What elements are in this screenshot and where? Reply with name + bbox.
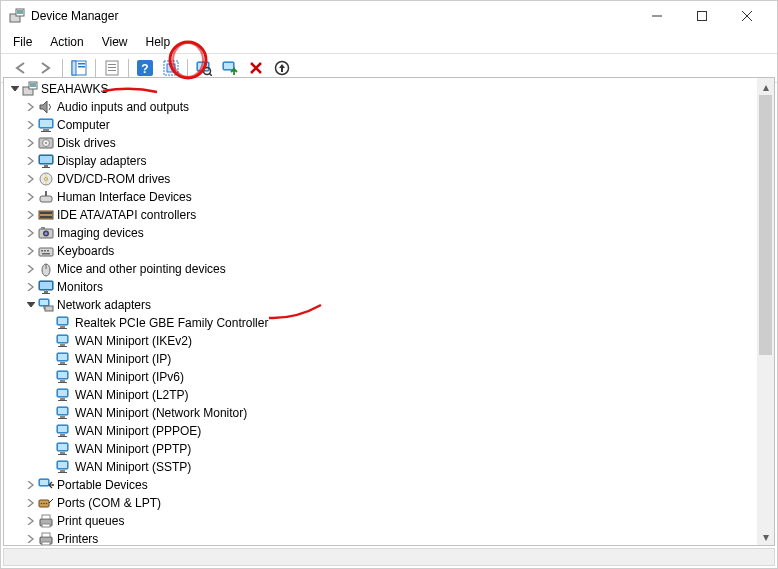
toolbar-separator [187, 59, 188, 77]
tree-category-mice[interactable]: Mice and other pointing devices [8, 260, 757, 278]
network-adapter-icon [56, 387, 72, 403]
back-button[interactable] [8, 57, 32, 79]
tree-category-computer[interactable]: Computer [8, 116, 757, 134]
tree-category-portable[interactable]: Portable Devices [8, 476, 757, 494]
tree-category-disk[interactable]: Disk drives [8, 134, 757, 152]
chevron-right-icon[interactable] [24, 532, 38, 545]
computer-icon [38, 117, 54, 133]
menu-file[interactable]: File [5, 33, 40, 51]
svg-rect-69 [697, 12, 706, 21]
tree-item-wan-pppoe[interactable]: WAN Miniport (PPPOE) [8, 422, 757, 440]
network-adapter-icon [56, 405, 72, 421]
chevron-right-icon[interactable] [24, 100, 38, 114]
chevron-right-icon[interactable] [24, 190, 38, 204]
forward-button[interactable] [34, 57, 58, 79]
scrollbar-thumb[interactable] [759, 95, 772, 355]
chevron-right-icon[interactable] [24, 154, 38, 168]
chevron-right-icon[interactable] [24, 136, 38, 150]
hid-icon [38, 189, 54, 205]
tree-category-printqueues[interactable]: Print queues [8, 512, 757, 530]
tree-item-wan-ipv6[interactable]: WAN Miniport (IPv6) [8, 368, 757, 386]
network-adapter-icon [56, 369, 72, 385]
computer-icon [22, 81, 38, 97]
tree-category-monitors[interactable]: Monitors [8, 278, 757, 296]
keyboard-icon [38, 243, 54, 259]
scroll-down-button[interactable]: ▾ [757, 528, 774, 545]
device-tree[interactable]: SEAHAWKS Audio inputs and outputs Comput… [4, 78, 757, 545]
network-icon [38, 297, 54, 313]
disk-icon [38, 135, 54, 151]
tree-category-ports[interactable]: Ports (COM & LPT) [8, 494, 757, 512]
network-adapter-icon [56, 441, 72, 457]
tree-category-hid[interactable]: Human Interface Devices [8, 188, 757, 206]
help-button[interactable] [133, 57, 157, 79]
tree-item-wan-sstp[interactable]: WAN Miniport (SSTP) [8, 458, 757, 476]
chevron-right-icon[interactable] [24, 514, 38, 528]
tree-item-wan-ikev2[interactable]: WAN Miniport (IKEv2) [8, 332, 757, 350]
chevron-right-icon[interactable] [24, 226, 38, 240]
window-title: Device Manager [31, 9, 634, 23]
tree-category-display[interactable]: Display adapters [8, 152, 757, 170]
tree-category-audio[interactable]: Audio inputs and outputs [8, 98, 757, 116]
chevron-down-icon[interactable] [8, 82, 22, 96]
tree-item-wan-l2tp[interactable]: WAN Miniport (L2TP) [8, 386, 757, 404]
chevron-right-icon[interactable] [24, 496, 38, 510]
app-icon [9, 8, 25, 24]
tree-category-ide[interactable]: IDE ATA/ATAPI controllers [8, 206, 757, 224]
chevron-right-icon[interactable] [24, 478, 38, 492]
scroll-up-button[interactable]: ▴ [757, 78, 774, 95]
titlebar: Device Manager [1, 1, 777, 31]
chevron-right-icon[interactable] [24, 280, 38, 294]
toolbar-separator [62, 59, 63, 77]
vertical-scrollbar[interactable]: ▴ ▾ [757, 78, 774, 545]
menu-view[interactable]: View [94, 33, 136, 51]
chevron-right-icon[interactable] [24, 244, 38, 258]
tree-item-realtek[interactable]: Realtek PCIe GBE Family Controller [8, 314, 757, 332]
ide-icon [38, 207, 54, 223]
monitor-icon [38, 279, 54, 295]
printer-icon [38, 513, 54, 529]
tree-root[interactable]: SEAHAWKS [8, 80, 757, 98]
minimize-button[interactable] [634, 1, 679, 31]
menu-action[interactable]: Action [42, 33, 91, 51]
toolbar-separator [128, 59, 129, 77]
toolbar-separator [95, 59, 96, 77]
maximize-button[interactable] [679, 1, 724, 31]
scan-hardware-button[interactable] [192, 57, 216, 79]
properties-button[interactable] [100, 57, 124, 79]
tree-category-imaging[interactable]: Imaging devices [8, 224, 757, 242]
update-driver-button[interactable] [218, 57, 242, 79]
show-hidden-devices-button[interactable] [159, 57, 183, 79]
device-tree-panel: SEAHAWKS Audio inputs and outputs Comput… [3, 77, 775, 546]
uninstall-button[interactable] [244, 57, 268, 79]
menubar: File Action View Help [1, 31, 777, 53]
tree-category-keyboards[interactable]: Keyboards [8, 242, 757, 260]
monitor-icon [38, 153, 54, 169]
usb-icon [38, 477, 54, 493]
mouse-icon [38, 261, 54, 277]
tree-category-network[interactable]: Network adapters [8, 296, 757, 314]
tree-category-dvd[interactable]: DVD/CD-ROM drives [8, 170, 757, 188]
camera-icon [38, 225, 54, 241]
tree-item-wan-ip[interactable]: WAN Miniport (IP) [8, 350, 757, 368]
menu-help[interactable]: Help [138, 33, 179, 51]
disable-button[interactable] [270, 57, 294, 79]
show-hide-console-tree-button[interactable] [67, 57, 91, 79]
tree-category-printers[interactable]: Printers [8, 530, 757, 545]
tree-root-label: SEAHAWKS [41, 82, 109, 96]
tree-item-wan-netmon[interactable]: WAN Miniport (Network Monitor) [8, 404, 757, 422]
chevron-right-icon[interactable] [24, 118, 38, 132]
tree-item-wan-pptp[interactable]: WAN Miniport (PPTP) [8, 440, 757, 458]
statusbar [3, 548, 775, 566]
dvd-icon [38, 171, 54, 187]
network-adapter-icon [56, 423, 72, 439]
close-button[interactable] [724, 1, 769, 31]
chevron-right-icon[interactable] [24, 262, 38, 276]
chevron-right-icon[interactable] [24, 172, 38, 186]
network-adapter-icon [56, 315, 72, 331]
chevron-down-icon[interactable] [24, 298, 38, 312]
chevron-right-icon[interactable] [24, 208, 38, 222]
network-adapter-icon [56, 459, 72, 475]
port-icon [38, 495, 54, 511]
printer-icon [38, 531, 54, 545]
